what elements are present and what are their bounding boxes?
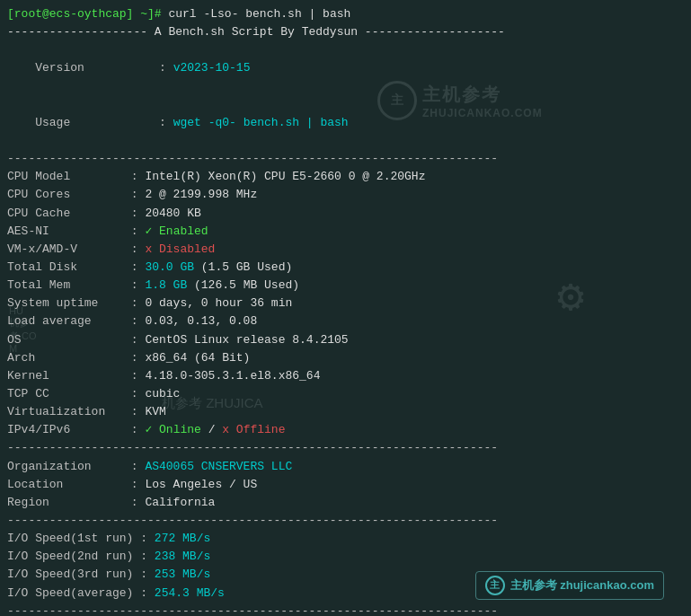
- version-line: Version : v2023-10-15: [7, 41, 684, 95]
- divider2: ----------------------------------------…: [7, 150, 684, 168]
- disk-line: Total Disk : 30.0 GB (1.5 GB Used): [7, 259, 684, 277]
- mem-line: Total Mem : 1.8 GB (126.5 MB Used): [7, 277, 684, 295]
- os-line: OS : CentOS Linux release 8.4.2105: [7, 331, 684, 349]
- ipv-line: IPv4/IPv6 : ✓ Online / x Offline: [7, 421, 684, 439]
- cpu-cores-line: CPU Cores : 2 @ 2199.998 MHz: [7, 186, 684, 204]
- cpu-cache-line: CPU Cache : 20480 KB: [7, 205, 684, 223]
- io2-line: I/O Speed(2nd run) : 238 MB/s: [7, 548, 684, 566]
- io1-line: I/O Speed(1st run) : 272 MB/s: [7, 530, 684, 548]
- divider3: ----------------------------------------…: [7, 439, 684, 457]
- vmx-line: VM-x/AMD-V : x Disabled: [7, 241, 684, 259]
- usage-line: Usage : wget -q0- bench.sh | bash: [7, 96, 684, 150]
- io3-line: I/O Speed(3rd run) : 253 MB/s: [7, 566, 684, 584]
- arch-line: Arch : x86_64 (64 Bit): [7, 349, 684, 367]
- virt-line: Virtualization : KVM: [7, 403, 684, 421]
- aes-line: AES-NI : ✓ Enabled: [7, 223, 684, 241]
- tcp-line: TCP CC : cubic: [7, 385, 684, 403]
- divider5: ----------------------------------------…: [7, 603, 684, 616]
- uptime-line: System uptime : 0 days, 0 hour 36 min: [7, 295, 684, 312]
- region-line: Region : California: [7, 494, 684, 512]
- org-line: Organization : AS40065 CNSERVERS LLC: [7, 458, 684, 476]
- cpu-model-line: CPU Model : Intel(R) Xeon(R) CPU E5-2660…: [7, 168, 684, 186]
- terminal: [root@ecs-oythcap] ~]# curl -Lso- bench.…: [0, 0, 691, 616]
- io-avg-line: I/O Speed(average) : 254.3 MB/s: [7, 585, 684, 603]
- title-divider: -------------------- A Bench.sh Script B…: [7, 23, 684, 41]
- kernel-line: Kernel : 4.18.0-305.3.1.el8.x86_64: [7, 367, 684, 385]
- location-line: Location : Los Angeles / US: [7, 476, 684, 494]
- command-line: [root@ecs-oythcap] ~]# curl -Lso- bench.…: [7, 5, 684, 23]
- divider4: ----------------------------------------…: [7, 512, 684, 530]
- load-line: Load average : 0.03, 0.13, 0.08: [7, 312, 684, 330]
